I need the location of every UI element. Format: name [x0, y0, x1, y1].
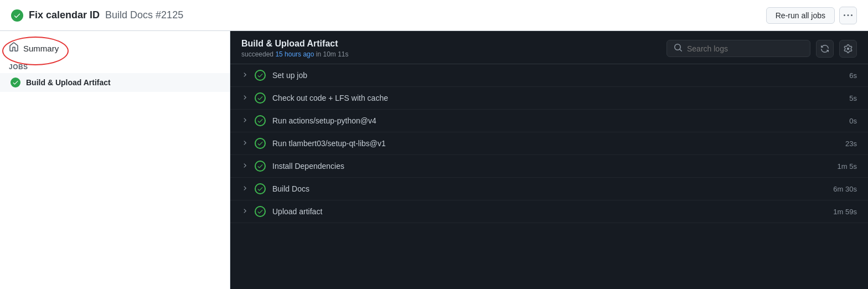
step-success-icon: [255, 161, 266, 172]
step-success-icon: [255, 115, 266, 126]
step-name: Upload artifact: [272, 207, 824, 216]
chevron-right-icon: [241, 185, 249, 193]
chevron-right-icon: [241, 71, 249, 80]
more-options-button[interactable]: [839, 7, 857, 24]
step-success-icon: [255, 70, 266, 81]
step-row[interactable]: Upload artifact 1m 59s: [230, 200, 868, 223]
job-success-icon: [11, 78, 20, 87]
jobs-section-label: Jobs: [0, 59, 230, 73]
step-duration: 1m 5s: [824, 162, 857, 171]
panel-controls: [666, 40, 857, 58]
step-duration: 6s: [824, 71, 857, 80]
run-title: Fix calendar ID: [29, 9, 100, 21]
duration: in 10m 11s: [316, 50, 349, 58]
step-row[interactable]: Run actions/setup-python@v4 0s: [230, 110, 868, 132]
job-name: Build & Upload Artifact: [26, 78, 111, 87]
step-name: Build Docs: [272, 184, 824, 193]
step-name: Run tlambert03/setup-qt-libs@v1: [272, 139, 824, 148]
summary-label: Summary: [23, 44, 59, 53]
run-subtitle: Build Docs #2125: [105, 9, 183, 21]
panel-title: Build & Upload Artifact: [241, 39, 349, 49]
right-panel: Build & Upload Artifact succeeded 15 hou…: [230, 31, 868, 289]
step-row[interactable]: Set up job 6s: [230, 64, 868, 87]
step-duration: 0s: [824, 117, 857, 125]
step-success-icon: [255, 138, 266, 149]
rerun-all-jobs-button[interactable]: Re-run all jobs: [766, 7, 835, 24]
top-header: Fix calendar ID Build Docs #2125 Re-run …: [0, 0, 868, 31]
step-row[interactable]: Check out code + LFS with cache 5s: [230, 87, 868, 110]
search-logs-field[interactable]: [687, 44, 803, 53]
time-ago[interactable]: 15 hours ago: [275, 50, 314, 58]
step-name: Check out code + LFS with cache: [272, 94, 824, 102]
chevron-right-icon: [241, 140, 249, 148]
step-row[interactable]: Install Dependencies 1m 5s: [230, 155, 868, 178]
step-row[interactable]: Build Docs 6m 30s: [230, 178, 868, 200]
step-success-icon: [255, 92, 266, 104]
panel-title-block: Build & Upload Artifact succeeded 15 hou…: [241, 39, 349, 58]
main-layout: Summary Jobs Build & Upload Artifact Bui…: [0, 31, 868, 289]
home-icon: [9, 42, 19, 54]
search-logs-input-container[interactable]: [666, 40, 810, 57]
run-success-icon: [11, 9, 23, 22]
settings-button[interactable]: [839, 40, 857, 58]
job-item-build-upload[interactable]: Build & Upload Artifact: [0, 73, 230, 92]
chevron-right-icon: [241, 162, 249, 171]
step-duration: 23s: [824, 140, 857, 148]
step-name: Install Dependencies: [272, 162, 824, 171]
step-name: Run actions/setup-python@v4: [272, 116, 824, 125]
search-icon: [674, 43, 683, 54]
refresh-button[interactable]: [816, 40, 834, 58]
chevron-right-icon: [241, 208, 249, 216]
steps-list: Set up job 6s Check out code + LFS with …: [230, 64, 868, 289]
chevron-right-icon: [241, 94, 249, 102]
step-success-icon: [255, 183, 266, 194]
header-actions: Re-run all jobs: [766, 7, 857, 24]
step-row[interactable]: Run tlambert03/setup-qt-libs@v1 23s: [230, 132, 868, 155]
step-duration: 5s: [824, 94, 857, 102]
panel-subtitle: succeeded 15 hours ago in 10m 11s: [241, 50, 349, 58]
subtitle-prefix: succeeded: [241, 50, 273, 58]
chevron-right-icon: [241, 117, 249, 125]
step-name: Set up job: [272, 71, 824, 80]
panel-header: Build & Upload Artifact succeeded 15 hou…: [230, 31, 868, 64]
sidebar: Summary Jobs Build & Upload Artifact: [0, 31, 230, 289]
summary-nav-item[interactable]: Summary: [0, 38, 230, 59]
step-success-icon: [255, 206, 266, 217]
step-duration: 6m 30s: [824, 185, 857, 193]
step-duration: 1m 59s: [824, 208, 857, 216]
header-left: Fix calendar ID Build Docs #2125: [11, 9, 183, 22]
